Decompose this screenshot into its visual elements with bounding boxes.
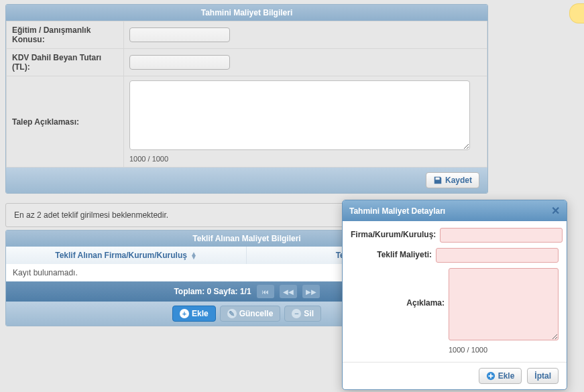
desc-textarea[interactable] [129, 80, 470, 150]
dlg-cost-input[interactable] [436, 248, 559, 263]
dlg-desc-textarea[interactable] [449, 268, 559, 340]
col-firm-label: Teklif Alınan Firma/Kurum/Kuruluş [55, 251, 187, 260]
dlg-cost-label: Teklif Maliyeti: [351, 248, 432, 259]
dialog-titlebar[interactable]: Tahmini Maliyet Detayları ✕ [343, 200, 567, 221]
dlg-add-button[interactable]: Ekle [479, 368, 522, 384]
pager-next-button[interactable]: ▶▶ [302, 285, 320, 298]
topic-input[interactable] [129, 27, 230, 42]
pager-first-button[interactable]: ⏮ [257, 285, 274, 298]
grid-add-label: Ekle [192, 309, 209, 318]
dialog-title-text: Tahmini Maliyet Detayları [349, 206, 445, 216]
amount-input[interactable] [129, 55, 230, 70]
dlg-firm-input[interactable] [440, 228, 563, 243]
form-table: Eğitim / Danışmanlık Konusu: KDV Dahil B… [6, 21, 487, 168]
pager-text: Toplam: 0 Sayfa: 1/1 [174, 287, 251, 296]
grid-update-label: Güncelle [239, 309, 274, 318]
sort-icon: ▲▼ [190, 252, 197, 259]
plus-icon [486, 371, 495, 381]
save-button[interactable]: Kaydet [426, 172, 479, 188]
save-icon [433, 176, 443, 185]
pencil-icon: ✎ [227, 309, 237, 318]
grid-add-button[interactable]: + Ekle [172, 306, 216, 322]
dlg-desc-label: Açıklama: [351, 268, 445, 308]
dialog-body: Firma/Kurum/Kuruluş: Teklif Maliyeti: Aç… [343, 221, 567, 362]
dlg-desc-count: 1000 / 1000 [449, 346, 559, 354]
close-icon[interactable]: ✕ [551, 204, 560, 217]
dlg-cancel-button[interactable]: İptal [527, 368, 559, 384]
dlg-add-label: Ekle [498, 371, 515, 381]
save-button-label: Kaydet [445, 176, 472, 185]
desc-label: Talep Açıklaması: [7, 76, 124, 168]
plus-icon: + [180, 309, 189, 318]
dlg-firm-label: Firma/Kurum/Kuruluş: [351, 228, 436, 239]
pager-prev-button[interactable]: ◀◀ [280, 285, 297, 298]
estimated-cost-panel: Tahmini Maliyet Bilgileri Eğitim / Danış… [5, 4, 488, 194]
side-tab[interactable] [569, 3, 584, 23]
panel-title: Tahmini Maliyet Bilgileri [6, 5, 487, 21]
amount-label: KDV Dahil Beyan Tutarı (TL): [7, 49, 124, 76]
minus-icon: − [292, 309, 301, 318]
grid-update-button[interactable]: ✎ Güncelle [220, 306, 281, 322]
desc-char-count: 1000 / 1000 [129, 155, 481, 163]
dlg-cancel-label: İptal [534, 371, 551, 381]
cost-details-dialog: Tahmini Maliyet Detayları ✕ Firma/Kurum/… [342, 200, 567, 390]
grid-delete-label: Sil [304, 309, 314, 318]
topic-label: Eğitim / Danışmanlık Konusu: [7, 21, 124, 49]
grid-delete-button[interactable]: − Sil [284, 306, 321, 322]
col-firm[interactable]: Teklif Alınan Firma/Kurum/Kuruluş ▲▼ [6, 247, 247, 264]
dialog-footer: Ekle İptal [343, 362, 567, 389]
panel-footer: Kaydet [6, 168, 487, 193]
